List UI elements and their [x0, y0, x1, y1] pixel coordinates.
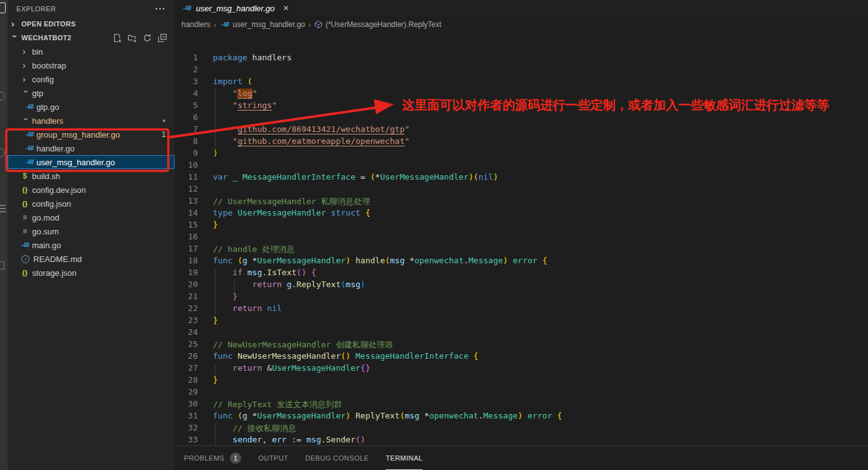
code-line-6[interactable]: 6 — [175, 112, 868, 124]
count-badge: 1 — [161, 130, 166, 139]
tree-folder-bootstrap[interactable]: ›bootstrap — [8, 58, 175, 72]
code-line-22[interactable]: 22 return nil — [175, 303, 868, 315]
source-control-icon[interactable] — [0, 148, 5, 157]
run-debug-icon[interactable] — [0, 205, 6, 212]
tree-item-label: config.dev.json — [32, 185, 86, 195]
tree-folder-gtp[interactable]: ›gtp — [8, 86, 175, 100]
code-line-15[interactable]: 15} — [175, 220, 868, 232]
code-line-17[interactable]: 17// handle 处理消息 — [175, 244, 868, 256]
tree-file-go.mod[interactable]: ≡go.mod — [8, 210, 175, 224]
code-line-7[interactable]: 7 "github.com/869413421/wechatbot/gtp" — [175, 124, 868, 136]
tree-item-label: user_msg_handler.go — [36, 158, 115, 167]
tree-item-label: config.json — [32, 199, 71, 209]
code-line-23[interactable]: 23} — [175, 315, 868, 327]
tree-file-config.json[interactable]: {}config.json — [8, 197, 175, 210]
tree-file-config.dev.json[interactable]: {}config.dev.json — [8, 183, 175, 197]
new-folder-icon[interactable] — [127, 33, 137, 43]
tree-file-user_msg_handler.go[interactable]: -GOuser_msg_handler.go — [8, 155, 175, 169]
code-line-14[interactable]: 14type UserMessageHandler struct { — [175, 208, 868, 220]
breadcrumb-item[interactable]: -GOuser_msg_handler.go — [219, 20, 305, 29]
tab-title: user_msg_handler.go — [196, 4, 274, 13]
code-line-4[interactable]: 4 "log" — [175, 89, 868, 101]
tree-item-label: bootstrap — [32, 61, 66, 70]
line-number: 9 — [175, 148, 198, 160]
code-line-2[interactable]: 2 — [175, 65, 868, 77]
tree-file-main.go[interactable]: -GOmain.go — [8, 238, 175, 252]
indent-guide — [215, 112, 215, 124]
tree-file-gtp.go[interactable]: -GOgtp.go — [8, 100, 175, 114]
code-line-13[interactable]: 13// UserMessageHandler 私聊消息处理 — [175, 196, 868, 208]
tab-user-msg-handler[interactable]: -GO user_msg_handler.go ✕ — [175, 0, 296, 16]
collapse-all-icon[interactable] — [158, 33, 167, 43]
code-line-12[interactable]: 12 — [175, 184, 868, 196]
tree-file-handler.go[interactable]: -GOhandler.go — [8, 141, 175, 155]
tree-file-README.md[interactable]: iREADME.md — [8, 252, 175, 266]
code-line-30[interactable]: 30// ReplyText 发送文本消息到群 — [175, 399, 868, 411]
code-line-18[interactable]: 18func (g *UserMessageHandler) handle(ms… — [175, 256, 868, 268]
code-text — [198, 232, 213, 244]
project-section[interactable]: › WECHATBOT2 — [8, 31, 175, 45]
explorer-icon[interactable] — [0, 3, 6, 13]
close-icon[interactable]: ✕ — [283, 4, 289, 13]
tree-folder-handlers[interactable]: ›handlers● — [8, 114, 175, 128]
breadcrumb-label: handlers — [182, 20, 210, 29]
code-text: return nil — [198, 303, 282, 315]
tree-item-label: go.sum — [32, 227, 59, 236]
tree-folder-config[interactable]: ›config — [8, 72, 175, 86]
breadcrumb-item[interactable]: handlers — [182, 20, 210, 29]
chevron-right-icon[interactable]: › — [23, 48, 30, 55]
tree-item-label: handlers — [32, 116, 63, 126]
panel-tab-problems[interactable]: PROBLEMS1 — [184, 446, 241, 470]
extensions-icon[interactable] — [0, 261, 4, 270]
go-file-icon: -GO — [182, 6, 192, 11]
tree-file-storage.json[interactable]: {}storage.json — [8, 266, 175, 280]
code-text: // handle 处理消息 — [198, 244, 295, 256]
code-line-19[interactable]: 19 if msg.IsText() { — [175, 268, 868, 280]
code-line-16[interactable]: 16 — [175, 232, 868, 244]
code-line-27[interactable]: 27 return &UserMessageHandler{} — [175, 363, 868, 375]
code-text: "github.com/869413421/wechatbot/gtp" — [198, 124, 410, 136]
go-file-icon: -GO — [24, 104, 35, 110]
indent-guide — [215, 280, 215, 292]
tree-file-go.sum[interactable]: ≡go.sum — [8, 224, 175, 238]
line-number: 15 — [175, 220, 198, 232]
line-number: 23 — [175, 315, 198, 327]
panel-tab-terminal[interactable]: TERMINAL — [386, 446, 423, 470]
code-line-21[interactable]: 21 } — [175, 292, 868, 303]
code-line-29[interactable]: 29 — [175, 387, 868, 399]
code-editor[interactable]: 1package handlers23import (4 "log"5 "str… — [175, 53, 868, 447]
tree-folder-bin[interactable]: ›bin — [8, 45, 175, 58]
chevron-right-icon[interactable]: › — [23, 75, 30, 83]
code-line-31[interactable]: 31func (g *UserMessageHandler) ReplyText… — [175, 411, 868, 423]
code-line-28[interactable]: 28} — [175, 375, 868, 387]
refresh-icon[interactable] — [143, 33, 152, 43]
line-number: 20 — [175, 280, 198, 292]
tree-file-group_msg_handler.go[interactable]: -GOgroup_msg_handler.go1 — [8, 128, 175, 141]
search-icon[interactable] — [0, 92, 5, 101]
code-line-1[interactable]: 1package handlers — [175, 53, 868, 65]
code-line-11[interactable]: 11var _ MessageHandlerInterface = (*User… — [175, 172, 868, 184]
code-line-5[interactable]: 5 "strings" — [175, 101, 868, 112]
chevron-down-icon[interactable]: › — [23, 117, 30, 125]
breadcrumb-item[interactable]: (*UserMessageHandler).ReplyText — [314, 20, 442, 29]
code-line-8[interactable]: 8 "github.com/eatmoreapple/openwechat" — [175, 136, 868, 148]
breadcrumb-separator-icon: › — [308, 20, 311, 30]
code-line-25[interactable]: 25// NewUserMessageHandler 创建私聊处理器 — [175, 339, 868, 351]
code-line-32[interactable]: 32 // 接收私聊消息 — [175, 423, 868, 435]
code-line-26[interactable]: 26func NewUserMessageHandler() MessageHa… — [175, 351, 868, 363]
code-text: import ( — [198, 77, 252, 89]
code-line-3[interactable]: 3import ( — [175, 77, 868, 89]
panel-tab-output[interactable]: OUTPUT — [258, 446, 288, 470]
more-actions-icon[interactable]: ··· — [155, 4, 166, 14]
code-line-9[interactable]: 9) — [175, 148, 868, 160]
panel-tab-debug-console[interactable]: DEBUG CONSOLE — [305, 446, 369, 470]
new-file-icon[interactable] — [112, 33, 122, 43]
tree-file-build.sh[interactable]: $build.sh — [8, 169, 175, 183]
open-editors-section[interactable]: › OPEN EDITORS — [8, 17, 175, 31]
code-line-10[interactable]: 10 — [175, 160, 868, 172]
chevron-right-icon[interactable]: › — [23, 62, 30, 69]
code-line-20[interactable]: 20 return g.ReplyText(msg) — [175, 280, 868, 292]
code-line-24[interactable]: 24 — [175, 327, 868, 339]
code-text: } — [198, 375, 218, 387]
chevron-down-icon[interactable]: › — [23, 90, 30, 97]
